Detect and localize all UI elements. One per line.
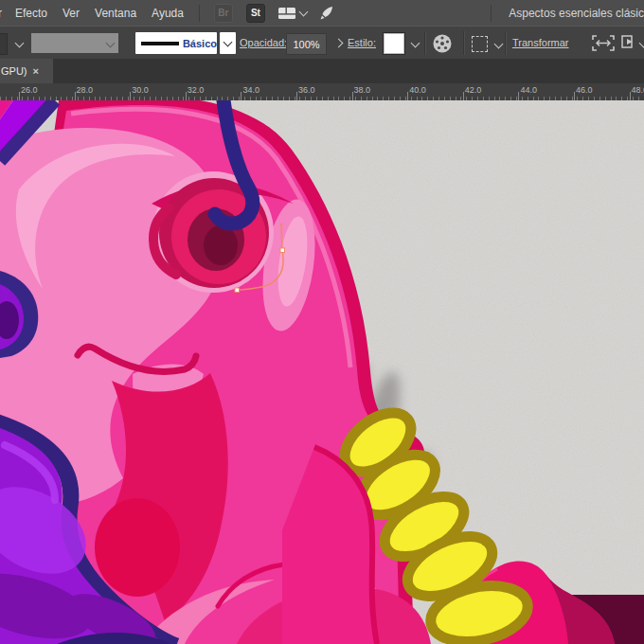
clipped-widget: [0, 33, 8, 55]
opacity-label[interactable]: Opacidad:: [240, 27, 287, 60]
workspace-label[interactable]: Aspectos esenciales clásic: [509, 7, 644, 20]
stock-icon[interactable]: St: [246, 4, 265, 23]
control-divider: [463, 31, 465, 55]
anchor-point: [235, 288, 240, 293]
transform-link[interactable]: Transformar: [512, 27, 569, 60]
disabled-field: [31, 33, 118, 53]
document-tab[interactable]: GPU) ×: [0, 59, 53, 83]
ruler-label: 36.0: [298, 85, 315, 95]
menu-item-ventana[interactable]: Ventana: [87, 7, 144, 20]
menu-bar: r Efecto Ver Ventana Ayuda Br St Aspecto…: [0, 0, 644, 26]
illustrator-window: r Efecto Ver Ventana Ayuda Br St Aspecto…: [0, 0, 644, 644]
ruler-label: 26.0: [21, 85, 38, 95]
stroke-style-value: Básico: [183, 38, 217, 49]
style-label[interactable]: Estilo:: [348, 27, 376, 60]
stroke-chevron-icon: [224, 38, 233, 47]
menu-item-ayuda[interactable]: Ayuda: [144, 7, 191, 20]
stroke-style-chevron-button[interactable]: [220, 32, 236, 54]
control-divider: [424, 31, 426, 55]
ruler-label: 44.0: [520, 85, 537, 95]
control-divider: [505, 31, 507, 55]
select-similar-icon[interactable]: [472, 36, 488, 52]
horizontal-ruler[interactable]: 26.0 28.0 30.0 32.0 34.0 36.0 38.0 40.0 …: [0, 83, 644, 101]
ruler-label: 48.0: [632, 85, 644, 95]
artwork-svg: [0, 100, 644, 644]
anchor-point: [280, 248, 285, 253]
recolor-artwork-icon[interactable]: [432, 33, 453, 54]
document-tab-bar: GPU) ×: [0, 59, 644, 83]
opacity-expand-icon[interactable]: [334, 39, 344, 48]
artwork-canvas[interactable]: [0, 100, 644, 644]
workspace-switcher-icon[interactable]: [277, 6, 296, 21]
ruler-label: 42.0: [465, 85, 482, 95]
ruler-label: 30.0: [132, 85, 149, 95]
menu-divider-right: [491, 5, 492, 22]
stroke-style-dropdown[interactable]: Básico: [135, 32, 217, 54]
artboard-chevron-icon[interactable]: [639, 39, 644, 48]
bounding-box-icon[interactable]: [592, 35, 615, 51]
artboard-options-icon[interactable]: [620, 34, 635, 51]
ruler-label: 38.0: [354, 85, 371, 95]
ruler-label: 32.0: [188, 85, 205, 95]
control-bar: Básico Opacidad: 100% Estilo: Transforma…: [0, 26, 644, 60]
style-chevron-icon[interactable]: [411, 39, 420, 48]
menu-item-efecto[interactable]: Efecto: [8, 7, 55, 20]
menu-item-ver[interactable]: Ver: [55, 7, 87, 20]
fill-chevron-icon[interactable]: [15, 39, 25, 48]
workspace-chevron-icon[interactable]: [298, 8, 308, 17]
ruler-label: 34.0: [242, 85, 259, 95]
disabled-chevron-icon: [106, 39, 116, 48]
menu-divider: [199, 5, 200, 22]
ruler-label: 40.0: [409, 85, 426, 95]
ruler-label: 28.0: [77, 85, 94, 95]
select-similar-chevron-icon[interactable]: [494, 40, 504, 49]
stroke-sample-line: [141, 42, 179, 45]
ruler-label: 46.0: [576, 85, 593, 95]
graphic-style-swatch[interactable]: [383, 32, 405, 55]
bridge-icon[interactable]: Br: [214, 4, 233, 23]
opacity-input[interactable]: 100%: [286, 33, 327, 55]
rocket-share-icon[interactable]: [318, 5, 335, 22]
tab-close-icon[interactable]: ×: [33, 66, 39, 77]
menu-item-clipped[interactable]: r: [0, 7, 8, 20]
document-tab-title: GPU): [1, 65, 27, 77]
